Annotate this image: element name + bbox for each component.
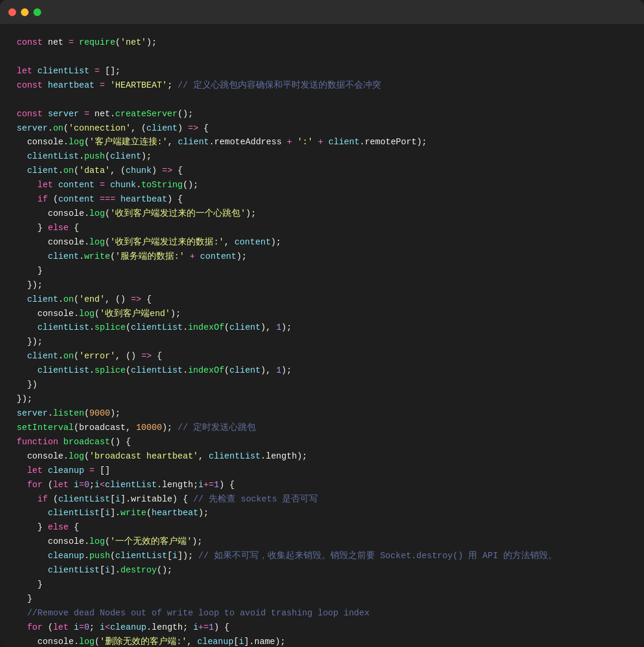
- code-line-7: clientList.push(client);: [17, 150, 627, 164]
- code-line-18: console.log('收到客户端end');: [17, 307, 627, 321]
- code-line-8: client.on('data', (chunk) => {: [17, 164, 627, 178]
- code-line-9: let content = chunk.toString();: [17, 178, 627, 193]
- code-line-10: if (content === heartbeat) {: [17, 193, 627, 207]
- code-line-34: console.log('一个无效的客户端');: [17, 535, 627, 549]
- code-line-3: const heartbeat = 'HEARTBEAT'; // 定义心跳包内…: [17, 79, 627, 93]
- window: const net = require('net'); let clientLi…: [0, 0, 644, 647]
- code-line-1: const net = require('net');: [17, 36, 627, 50]
- code-line-28: console.log('broadcast heartbeat', clien…: [17, 450, 627, 464]
- close-button[interactable]: [8, 8, 16, 16]
- code-line-15: }: [17, 264, 627, 278]
- code-line-27: function broadcast() {: [17, 435, 627, 450]
- code-line-37: }: [17, 578, 627, 592]
- code-line-20: });: [17, 335, 627, 349]
- code-line-31: if (clientList[i].writable) { // 先检查 soc…: [17, 493, 627, 507]
- minimize-button[interactable]: [21, 8, 29, 16]
- code-line-21: client.on('error', () => {: [17, 349, 627, 364]
- code-line-24: });: [17, 392, 627, 407]
- code-line-14: client.write('服务端的数据:' + content);: [17, 250, 627, 264]
- code-line-17: client.on('end', () => {: [17, 293, 627, 307]
- code-line-blank1: [17, 50, 627, 64]
- code-line-6: console.log('客户端建立连接:', client.remoteAdd…: [17, 135, 627, 150]
- code-line-19: clientList.splice(clientList.indexOf(cli…: [17, 321, 627, 335]
- maximize-button[interactable]: [33, 8, 41, 16]
- code-line-12: } else {: [17, 221, 627, 236]
- titlebar: [0, 0, 644, 24]
- code-line-40: for (let i=0; i<cleanup.length; i+=1) {: [17, 621, 627, 635]
- code-line-4: const server = net.createServer();: [17, 107, 627, 122]
- code-line-22: clientList.splice(clientList.indexOf(cli…: [17, 364, 627, 378]
- code-line-23: }): [17, 378, 627, 392]
- code-editor[interactable]: const net = require('net'); let clientLi…: [0, 24, 644, 647]
- code-line-39: //Remove dead Nodes out of write loop to…: [17, 606, 627, 621]
- code-line-13: console.log('收到客户端发过来的数据:', content);: [17, 236, 627, 250]
- code-line-29: let cleanup = []: [17, 464, 627, 478]
- code-line-36: clientList[i].destroy();: [17, 564, 627, 578]
- code-line-26: setInterval(broadcast, 10000); // 定时发送心跳…: [17, 421, 627, 435]
- code-line-11: console.log('收到客户端发过来的一个心跳包');: [17, 207, 627, 221]
- code-line-25: server.listen(9000);: [17, 407, 627, 421]
- code-line-blank2: [17, 93, 627, 107]
- code-line-38: }: [17, 592, 627, 606]
- code-line-35: cleanup.push(clientList[i]); // 如果不可写，收集…: [17, 549, 627, 564]
- code-line-2: let clientList = [];: [17, 64, 627, 79]
- code-line-5: server.on('connection', (client) => {: [17, 122, 627, 136]
- code-line-16: });: [17, 278, 627, 293]
- code-line-32: clientList[i].write(heartbeat);: [17, 506, 627, 521]
- code-line-33: } else {: [17, 521, 627, 535]
- code-line-30: for (let i=0;i<clientList.length;i+=1) {: [17, 478, 627, 493]
- code-line-41: console.log('删除无效的客户端:', cleanup[i].name…: [17, 635, 627, 647]
